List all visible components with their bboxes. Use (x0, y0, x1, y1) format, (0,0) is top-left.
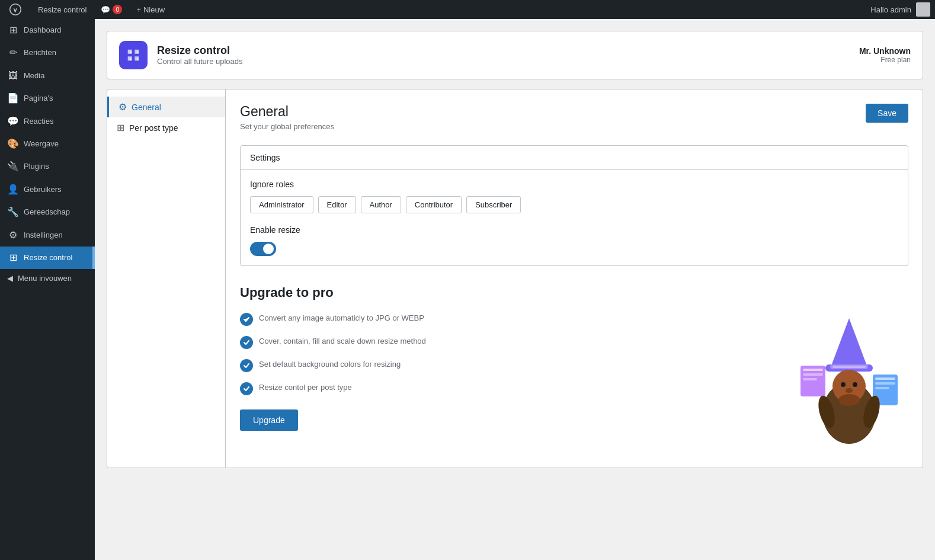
upgrade-feature-1: Convert any image automaticly to JPG or … (240, 312, 766, 326)
nav-item-general-label: General (132, 103, 161, 112)
layout: ⊞ Dashboard ✏ Berichten 🖼 Media 📄 Pagina… (0, 0, 935, 560)
sidebar-item-dashboard[interactable]: ⊞ Dashboard (0, 19, 95, 41)
plugin-title: Resize control (157, 44, 243, 57)
sidebar-item-label: Media (24, 71, 88, 81)
plugin-icon (119, 41, 148, 69)
svg-rect-6 (875, 382, 895, 385)
appearance-icon: 🎨 (7, 137, 19, 151)
per-post-type-nav-icon: ⊞ (117, 122, 124, 133)
save-button[interactable]: Save (866, 104, 908, 123)
main-content: Resize control Control all future upload… (95, 19, 935, 560)
site-name-button[interactable]: Resize control (33, 5, 91, 14)
nav-item-per-post-type[interactable]: ⊞ Per post type (107, 117, 225, 138)
dashboard-icon: ⊞ (7, 24, 19, 37)
tools-icon: 🔧 (7, 206, 19, 219)
upgrade-features: Convert any image automaticly to JPG or … (240, 312, 766, 431)
check-icon-3 (240, 359, 253, 372)
sidebar-item-media[interactable]: 🖼 Media (0, 65, 95, 87)
enable-resize-label: Enable resize (250, 225, 898, 235)
plugin-nav: ⚙ General ⊞ Per post type (107, 89, 226, 468)
pages-icon: 📄 (7, 92, 19, 105)
comments-icon: 💬 (101, 5, 110, 14)
settings-card-body: Ignore roles Administrator Editor Author… (241, 170, 908, 265)
roles-row: Administrator Editor Author Contributor … (250, 196, 898, 213)
svg-rect-2 (803, 373, 823, 376)
upgrade-button[interactable]: Upgrade (240, 409, 298, 431)
svg-rect-1 (803, 369, 823, 371)
comments-button[interactable]: 💬 0 (96, 5, 127, 14)
upgrade-section: Upgrade to pro Convert any image automat… (240, 280, 908, 453)
sidebar-item-label: Reacties (24, 116, 88, 127)
sidebar-item-label: Dashboard (24, 25, 88, 36)
plugin-header-left: Resize control Control all future upload… (119, 41, 243, 69)
menu-collapse-button[interactable]: ◀ Menu invouwen (0, 269, 95, 287)
plugin-subtitle: Control all future uploads (157, 57, 243, 66)
sidebar-item-label: Instellingen (24, 230, 88, 241)
feature-text-3: Set default background colors for resizi… (259, 359, 401, 370)
settings-card-header: Settings (241, 146, 908, 170)
svg-point-14 (841, 382, 846, 387)
sidebar-item-instellingen[interactable]: ⚙ Instellingen (0, 224, 95, 247)
role-chip-subscriber[interactable]: Subscriber (466, 196, 521, 213)
toggle-slider (250, 242, 276, 256)
users-icon: 👤 (7, 183, 19, 196)
sidebar-item-label: Resize control (24, 252, 88, 263)
user-greeting: Hallo admin (870, 5, 911, 14)
sidebar-item-gebruikers[interactable]: 👤 Gebruikers (0, 178, 95, 201)
sidebar-item-label: Weergave (24, 139, 88, 149)
upgrade-feature-4: Resize contol per post type (240, 382, 766, 395)
page-title-group: General Set your global preferences (240, 104, 334, 131)
svg-marker-8 (831, 318, 867, 366)
collapse-label: Menu invouwen (18, 274, 72, 283)
avatar[interactable] (916, 2, 930, 17)
sidebar-item-plugins[interactable]: 🔌 Plugins (0, 155, 95, 178)
role-chip-contributor[interactable]: Contributor (406, 196, 462, 213)
role-chip-author[interactable]: Author (361, 196, 401, 213)
resize-toggle[interactable] (250, 242, 276, 256)
settings-icon: ⚙ (7, 229, 19, 242)
wizard-illustration (790, 312, 908, 449)
sidebar: ⊞ Dashboard ✏ Berichten 🖼 Media 📄 Pagina… (0, 19, 95, 560)
feature-text-1: Convert any image automaticly to JPG or … (259, 312, 424, 324)
role-chip-administrator[interactable]: Administrator (250, 196, 313, 213)
comments-menu-icon: 💬 (7, 115, 19, 128)
general-nav-icon: ⚙ (119, 101, 127, 113)
ignore-roles-label: Ignore roles (250, 180, 898, 189)
sidebar-item-resize-control[interactable]: ⊞ Resize control (0, 247, 95, 269)
role-chip-editor[interactable]: Editor (318, 196, 356, 213)
comments-badge: 0 (113, 5, 122, 14)
plugin-header-right: Mr. Unknown Free plan (859, 46, 911, 64)
page-header: General Set your global preferences Save (240, 104, 908, 131)
plugins-icon: 🔌 (7, 160, 19, 173)
upgrade-feature-2: Cover, contain, fill and scale down resi… (240, 335, 766, 349)
svg-rect-5 (875, 377, 895, 380)
plugin-plan: Free plan (859, 56, 911, 64)
new-content-button[interactable]: + Nieuw (132, 5, 169, 14)
admin-bar: Resize control 💬 0 + Nieuw Hallo admin (0, 0, 935, 19)
sidebar-item-weergave[interactable]: 🎨 Weergave (0, 133, 95, 155)
wp-logo-icon (9, 4, 21, 15)
sidebar-item-gereedschap[interactable]: 🔧 Gereedschap (0, 201, 95, 223)
feature-text-2: Cover, contain, fill and scale down resi… (259, 335, 426, 347)
wp-logo-button[interactable] (5, 4, 28, 15)
plugin-username: Mr. Unknown (859, 46, 911, 56)
check-icon-4 (240, 382, 253, 395)
svg-point-15 (853, 382, 857, 387)
active-indicator (92, 247, 95, 269)
sidebar-item-label: Plugins (24, 161, 88, 172)
nav-item-per-post-type-label: Per post type (129, 123, 178, 133)
nav-item-general[interactable]: ⚙ General (107, 97, 225, 117)
upgrade-title: Upgrade to pro (240, 285, 908, 300)
sidebar-item-reacties[interactable]: 💬 Reacties (0, 110, 95, 133)
edit-icon: ✏ (7, 46, 19, 59)
admin-bar-right: Hallo admin (870, 2, 930, 17)
upgrade-feature-3: Set default background colors for resizi… (240, 359, 766, 372)
sidebar-item-berichten[interactable]: ✏ Berichten (0, 41, 95, 64)
plugin-body: ⚙ General ⊞ Per post type General Set yo… (107, 89, 923, 468)
svg-rect-11 (832, 366, 866, 368)
sidebar-item-paginas[interactable]: 📄 Pagina's (0, 87, 95, 110)
page-title: General (240, 104, 334, 120)
page-subtitle: Set your global preferences (240, 122, 334, 131)
svg-point-16 (846, 388, 853, 393)
resize-control-icon: ⊞ (7, 251, 19, 264)
